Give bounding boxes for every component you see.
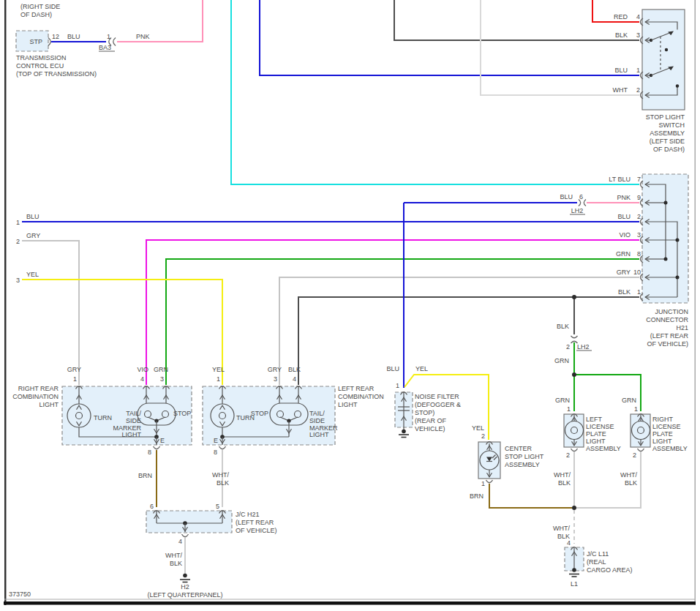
component-caption: NOISE FILTER [415, 393, 459, 400]
wire-label: BLU [26, 213, 39, 220]
pin-number: 2 [566, 343, 570, 351]
junction-dot [572, 372, 576, 377]
component-caption: ASSEMBLY [586, 445, 621, 452]
ground-caption: (LEFT QUARTERPANEL) [147, 591, 222, 599]
component-caption: ASSEMBLY [505, 461, 540, 468]
wire-label: GRN [555, 397, 570, 404]
pin-number: 3 [160, 375, 164, 383]
location-note: OF DASH) [20, 11, 52, 18]
component-caption: COMBINATION [338, 393, 384, 400]
junction-dot [572, 295, 576, 299]
wire-brn-center [489, 484, 572, 508]
pin-number: 9 [637, 194, 641, 201]
component-caption: VEHICLE) [415, 425, 445, 432]
component-caption: LIGHT [338, 401, 358, 408]
wire-blu-switch [260, 0, 639, 75]
component-caption: COMBINATION [12, 393, 59, 400]
component-caption: LEFT [586, 416, 603, 423]
connector-ref: LH2 [577, 343, 590, 351]
wire-label: GRY [268, 366, 282, 373]
component-caption: ASSEMBLY [652, 445, 688, 452]
component-caption: H21 [676, 324, 688, 331]
frame-right [695, 0, 696, 605]
wiring-diagram: (RIGHT SIDE OF DASH) STP 12 BLU 1 BA3 PN… [0, 0, 700, 611]
wire-label: WHT [613, 86, 628, 94]
connector-ref: LH2 [571, 207, 584, 214]
feed-wire-labels: 1 BLU 2 GRY 3 YEL [16, 213, 40, 284]
component-caption: (TOP OF TRANSMISSION) [16, 70, 97, 78]
component-caption: STOP LIGHT [505, 453, 544, 460]
wire-label: BLK [217, 479, 229, 487]
junction-dot [572, 506, 576, 510]
component-caption: CARGO AREA) [587, 566, 633, 574]
wire-feed2-gry [22, 241, 79, 385]
pin-number: 2 [633, 451, 636, 459]
wire-label: GRY [26, 232, 40, 239]
bulb-label: TAIL/ [126, 410, 141, 417]
wire-label: BLU [614, 67, 628, 74]
wire-label: VIO [619, 231, 631, 239]
wire-label: GRY [617, 269, 631, 276]
jc-h21-box [146, 511, 232, 533]
wire-label: RED [614, 13, 628, 20]
frame-bottom-thick [4, 601, 696, 605]
component-caption: LICENSE [586, 423, 614, 430]
wire-label: BLK [170, 560, 182, 567]
wire-label: BLK [625, 479, 637, 487]
stp-label: STP [29, 38, 42, 45]
component-caption: J/C L11 [587, 550, 609, 558]
pin-number: 4 [178, 538, 182, 545]
pin-number: 3 [636, 31, 640, 39]
component-caption: (REAR OF [415, 417, 447, 424]
wire-label: GRN [554, 357, 569, 364]
wire-label: BLU [560, 193, 573, 200]
pin-number: 8 [637, 250, 641, 258]
pin-number: 5 [216, 503, 219, 510]
pin-number: 8 [148, 449, 151, 456]
frame-bottom-thin [4, 599, 696, 600]
pin-number: 2 [566, 451, 570, 459]
lh2-bottom-labels: BLK 2 LH2 GRN [554, 323, 592, 364]
wire-grn-branch [574, 375, 641, 411]
wire-label: BLU [67, 33, 80, 40]
pin-number: 1 [107, 33, 110, 40]
bulb-label: STOP [173, 410, 191, 417]
wire-blk1 [298, 297, 639, 385]
pin-number: 7 [637, 176, 641, 183]
ground-name: L1 [571, 580, 578, 588]
bulb-label: SIDE [126, 417, 141, 424]
wire-label: BLK [615, 31, 628, 39]
pin-number: 1 [481, 480, 485, 487]
component-caption: LIGHT [39, 401, 59, 408]
pin-number: 6 [150, 503, 154, 510]
wire-label: BLU [617, 213, 631, 220]
feed-number: 3 [16, 277, 20, 284]
component-caption: OF VEHICLE) [647, 340, 688, 348]
wire-label: PNK [136, 33, 150, 40]
component-caption: JUNCTION [655, 308, 689, 315]
wire-label: WHT/ [165, 552, 182, 559]
component-caption: RIGHT [652, 416, 674, 423]
pin-number: 1 [636, 67, 640, 74]
pin-number: 3 [274, 375, 277, 383]
pin-number: 4 [293, 375, 296, 383]
wire-label: WHT/ [554, 471, 571, 479]
component-caption: RIGHT REAR [18, 385, 59, 392]
pin-number: 2 [636, 86, 640, 94]
wire-ltblu [231, 0, 639, 184]
wire-label: GRN [154, 366, 168, 373]
bulb-label: LIGHT [121, 431, 141, 438]
bulb-label: TURN [94, 414, 112, 421]
bulb-label: LIGHT [309, 431, 329, 438]
component-caption: LEFT REAR [338, 385, 375, 392]
wire-label: WHT/ [553, 525, 570, 532]
wire-label: BLK [557, 323, 569, 330]
frame-left [4, 0, 7, 605]
lh2-top-labels: BLU 6 LH2 [560, 193, 585, 214]
wire-label: BRN [470, 492, 483, 500]
wire-label: WHT/ [620, 471, 637, 479]
wiring-diagram-page: (RIGHT SIDE OF DASH) STP 12 BLU 1 BA3 PN… [0, 0, 700, 611]
component-caption: SWITCH [659, 121, 685, 129]
component-caption: CONNECTOR [646, 316, 688, 323]
ground-name: H2 [181, 583, 189, 591]
